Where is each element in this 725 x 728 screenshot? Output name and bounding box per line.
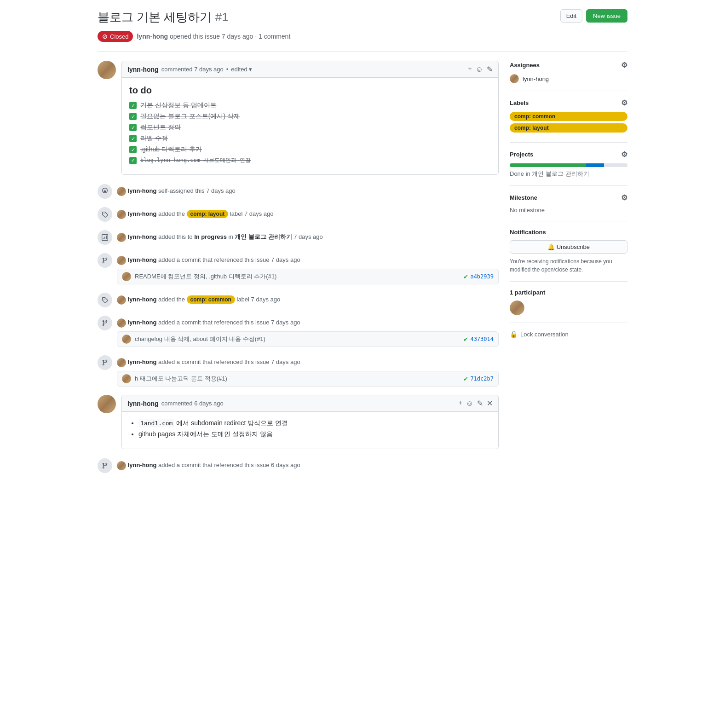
projects-gear-icon[interactable]: ⚙ [621,150,627,159]
event-author: lynn-hong [128,233,157,240]
timeline-event-commit3: lynn-hong added a commit that referenced… [98,355,499,387]
event-author: lynn-hong [128,296,157,303]
notification-info: You're receiving notifications because y… [510,257,627,274]
timeline-content-assign: lynn-hong self-assigned this 7 days ago [117,184,499,196]
edit-comment-button-2[interactable]: ✎ [477,399,483,408]
close-comment-button[interactable]: ✕ [487,399,493,408]
lock-conversation-link[interactable]: 🔒 Lock conversation [510,330,627,338]
emoji-button[interactable]: ☺ [476,65,483,74]
closed-icon: ⊘ [102,33,108,40]
commit-avatar [122,374,131,383]
timeline-event-commit1: lynn-hong added a commit that referenced… [98,253,499,284]
participant-avatar [510,300,524,315]
second-comment-box: lynn-hong commented 6 days ago + ☺ ✎ ✕ 1… [121,395,499,449]
timeline-content-commit3: lynn-hong added a commit that referenced… [117,355,499,387]
labels-gear-icon[interactable]: ⚙ [621,98,627,107]
timeline-content-commit1: lynn-hong added a commit that referenced… [117,253,499,284]
sidebar-labels: Labels ⚙ comp: common comp: layout [510,98,627,143]
commit-hash-1: a4b2939 [470,273,494,280]
issue-header: 블로그 기본 세팅하기 #1 Edit New issue [98,9,627,25]
todo-text-3: 컴포넌트 정의 [140,123,181,132]
edit-button[interactable]: Edit [560,9,582,23]
second-comment-avatar [98,395,116,413]
todo-check-4 [129,135,137,142]
assignees-title: Assignees ⚙ [510,61,627,69]
commit-icon-2 [98,316,112,330]
label-badge-layout: comp: layout [187,210,229,218]
event-author: lynn-hong [128,210,157,217]
commit-message-3: h 태그에도 나눔고딕 폰트 적용(#1) [135,375,227,383]
label-icon-2 [98,293,112,307]
commit-avatar [122,335,131,344]
event-avatar [117,233,126,242]
timeline-event-label1: lynn-hong added the comp: layout label 7… [98,207,499,222]
todo-check-3 [129,124,137,131]
todo-text-5: .github 디렉토리 추가 [140,145,202,154]
first-comment-body: to do 기본 신상정보 등 업데이트 필요없는 블로그 포스트(예시) 삭제 [122,78,498,174]
progress-bar-fill [510,163,627,167]
event-avatar [117,318,126,328]
add-reaction-text: + [468,65,472,74]
milestone-value: No milestone [510,207,627,214]
svg-point-0 [104,191,106,193]
commit-line-1: README에 컴포넌트 정의, .github 디렉토리 추가(#1) ✔ a… [117,269,499,284]
second-comment-header: lynn-hong commented 6 days ago + ☺ ✎ ✕ [122,395,498,412]
todo-item: 기본 신상정보 등 업데이트 [129,101,491,110]
label-tag-common[interactable]: comp: common [510,112,627,121]
new-issue-button[interactable]: New issue [586,9,627,23]
second-comment-wrapper: lynn-hong commented 6 days ago + ☺ ✎ ✕ 1… [98,395,499,449]
assignee-item: lynn-hong [510,74,627,83]
status-badge: ⊘ Closed [98,31,133,42]
todo-text-4: 라벨 수정 [140,134,168,143]
event-action: self-assigned this 7 days ago [158,187,236,194]
sidebar-milestone: Milestone ⚙ No milestone [510,193,627,221]
commit-line-3: h 태그에도 나눔고딕 폰트 적용(#1) ✔ 71dc2b7 [117,371,499,387]
event-avatar [117,358,126,367]
assignee-name: lynn-hong [523,75,549,82]
commit-avatar [122,272,131,281]
timeline-event-commit4: lynn-hong added a commit that referenced… [98,458,499,473]
timeline-event-project: lynn-hong added this to In progress in 개… [98,230,499,245]
first-comment-box: lynn-hong commented 7 days ago • edited … [121,61,499,175]
milestone-gear-icon[interactable]: ⚙ [621,193,627,202]
milestone-title: Milestone ⚙ [510,193,627,202]
timeline-content-label2: lynn-hong added the comp: common label 7… [117,293,499,305]
edited-dropdown[interactable]: edited [231,66,252,73]
assignee-avatar [510,74,519,83]
commit-hash-2: 4373014 [470,336,494,342]
first-comment-author: lynn-hong [127,66,159,73]
todo-text-6: blog.lynn-hong.com 서브도메인과 연결 [140,156,251,164]
todo-check-1 [129,102,137,109]
timeline-content-commit4: lynn-hong added a commit that referenced… [117,458,499,470]
todo-item: 필요없는 블로그 포스트(예시) 삭제 [129,112,491,121]
progress-bar [510,163,627,167]
assignees-gear-icon[interactable]: ⚙ [621,61,627,69]
emoji-button-2[interactable]: ☺ [466,399,473,408]
todo-check-5 [129,146,137,153]
label-tag-layout[interactable]: comp: layout [510,123,627,133]
edit-comment-button[interactable]: ✎ [487,65,493,74]
commit-check-1: ✔ a4b2939 [463,273,494,280]
sidebar-notifications: Notifications 🔔 Unsubscribe You're recei… [510,229,627,282]
todo-text-1: 기본 신상정보 등 업데이트 [140,101,217,110]
todo-item: blog.lynn-hong.com 서브도메인과 연결 [129,156,491,164]
second-comment-body: 1and1.com 에서 subdomain redirect 방식으로 연결 … [122,412,498,449]
todo-item: .github 디렉토리 추가 [129,145,491,154]
timeline-content-label1: lynn-hong added the comp: layout label 7… [117,207,499,219]
unsubscribe-button[interactable]: 🔔 Unsubscribe [510,240,627,254]
progress-blue [586,163,604,167]
todo-item: 컴포넌트 정의 [129,123,491,132]
todo-text-2: 필요없는 블로그 포스트(예시) 삭제 [140,112,240,121]
labels-title: Labels ⚙ [510,98,627,107]
todo-list: 기본 신상정보 등 업데이트 필요없는 블로그 포스트(예시) 삭제 컴포넌트 … [129,101,491,164]
todo-check-2 [129,113,137,120]
sidebar: Assignees ⚙ lynn-hong Labels ⚙ comp: co [510,61,627,481]
progress-green [510,163,586,167]
notifications-title: Notifications [510,229,627,236]
assign-icon [98,184,112,199]
commit-message-1: README에 컴포넌트 정의, .github 디렉토리 추가(#1) [135,272,276,281]
timeline-col: lynn-hong commented 7 days ago • edited … [98,61,499,481]
issue-number: #1 [215,10,229,24]
timeline-content-commit2: lynn-hong added a commit that referenced… [117,316,499,347]
bullet-item-1: 1and1.com 에서 subdomain redirect 방식으로 연결 [138,419,491,428]
